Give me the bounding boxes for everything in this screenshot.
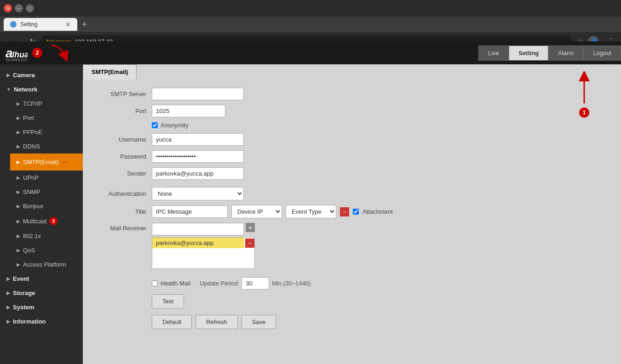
information-arrow-icon: ▶ bbox=[6, 319, 10, 324]
sidebar-item-camera[interactable]: ▶ Camera bbox=[0, 68, 83, 82]
password-input[interactable] bbox=[152, 150, 244, 163]
logo-icon: a lhua TECHNOLOGY bbox=[5, 44, 28, 62]
annotation-1-area: 1 bbox=[575, 71, 593, 119]
action-buttons: Default Refresh Save bbox=[152, 315, 612, 329]
default-button[interactable]: Default bbox=[152, 315, 192, 329]
tab-close-button[interactable]: ✕ bbox=[65, 21, 71, 28]
username-label: Username bbox=[92, 136, 152, 143]
sender-label: Sender bbox=[92, 170, 152, 177]
annotation-2: 2 bbox=[32, 48, 42, 58]
port-arrow-icon: ▶ bbox=[17, 115, 20, 120]
logout-button[interactable]: Logout bbox=[583, 46, 621, 61]
sidebar-item-access-platform[interactable]: ▶ Access Platform bbox=[10, 257, 83, 272]
maximize-button[interactable]: □ bbox=[26, 4, 34, 12]
sidebar-item-smtp[interactable]: ▶ SMTP(Email) ← bbox=[10, 154, 83, 171]
health-mail-checkbox[interactable] bbox=[152, 280, 158, 286]
anonymity-row: Anonymity bbox=[92, 122, 612, 129]
save-button[interactable]: Save bbox=[242, 315, 276, 329]
snmp-label: SNMP bbox=[23, 188, 40, 195]
bonjour-label: Bonjour bbox=[23, 203, 44, 210]
health-mail-label: Health Mail bbox=[161, 280, 190, 287]
sender-row: Sender bbox=[92, 167, 612, 180]
network-arrow-icon: ▼ bbox=[6, 87, 11, 92]
update-period-input[interactable] bbox=[242, 277, 269, 290]
system-label: System bbox=[13, 304, 34, 311]
mail-receiver-area: + parkovka@yucca.app − bbox=[152, 223, 255, 269]
smtp-server-input[interactable] bbox=[152, 88, 244, 100]
sidebar-item-pppoe[interactable]: ▶ PPPoE bbox=[10, 125, 83, 139]
access-platform-arrow-icon: ▶ bbox=[17, 262, 20, 267]
sidebar-item-ddns[interactable]: ▶ DDNS bbox=[10, 139, 83, 154]
smtp-form: SMTP Server Port Anonymity Username bbox=[83, 80, 621, 337]
alarm-button[interactable]: Alarm bbox=[548, 46, 583, 61]
close-button[interactable]: ✕ bbox=[4, 4, 12, 12]
sidebar-item-port[interactable]: ▶ Port bbox=[10, 111, 83, 125]
sidebar-item-event[interactable]: ▶ Event bbox=[0, 272, 83, 286]
svg-text:lhua: lhua bbox=[12, 50, 28, 59]
access-platform-label: Access Platform bbox=[23, 261, 66, 268]
annotation-arrow-2 bbox=[47, 43, 75, 62]
sidebar-item-storage[interactable]: ▶ Storage bbox=[0, 286, 83, 300]
title-input[interactable] bbox=[152, 205, 228, 218]
title-minus-button[interactable]: − bbox=[340, 207, 349, 216]
content-area: SMTP(Email) SMTP Server Port bbox=[83, 64, 621, 364]
authentication-select[interactable]: None SSL TLS bbox=[152, 187, 244, 200]
mail-receiver-input[interactable] bbox=[152, 223, 244, 235]
mail-receiver-add-button[interactable]: + bbox=[246, 223, 255, 232]
attachment-checkbox[interactable] bbox=[353, 209, 359, 215]
setting-button[interactable]: Setting bbox=[509, 46, 548, 61]
annotation-arrow-1 bbox=[575, 71, 593, 108]
sidebar-item-network[interactable]: ▼ Network bbox=[0, 82, 83, 97]
sidebar-item-tcpip[interactable]: ▶ TCP/IP bbox=[10, 97, 83, 111]
username-input[interactable] bbox=[152, 133, 244, 146]
sidebar-item-snmp[interactable]: ▶ SNMP bbox=[10, 185, 83, 199]
attachment-label: Attachment bbox=[362, 208, 393, 215]
pppoe-arrow-icon: ▶ bbox=[17, 130, 20, 135]
update-period-label: Update Period bbox=[200, 280, 238, 287]
mail-item-remove-button[interactable]: − bbox=[245, 239, 254, 248]
smtp-tab[interactable]: SMTP(Email) bbox=[83, 64, 137, 80]
anonymity-checkbox[interactable] bbox=[152, 122, 158, 128]
anonymity-label: Anonymity bbox=[161, 122, 189, 129]
event-label: Event bbox=[13, 275, 29, 282]
sidebar-item-information[interactable]: ▶ Information bbox=[0, 314, 83, 329]
pppoe-label: PPPoE bbox=[23, 129, 42, 136]
content-tab-bar: SMTP(Email) bbox=[83, 64, 621, 80]
sidebar-item-multicast[interactable]: ▶ Multicast 3 bbox=[10, 213, 83, 229]
information-label: Information bbox=[13, 318, 46, 325]
port-input[interactable] bbox=[152, 105, 225, 117]
sidebar-item-qos[interactable]: ▶ QoS bbox=[10, 243, 83, 257]
sidebar-item-upnp[interactable]: ▶ UPnP bbox=[10, 171, 83, 185]
ddns-label: DDNS bbox=[23, 143, 40, 150]
password-row: Password bbox=[92, 150, 612, 163]
mail-receiver-label: Mail Receiver bbox=[92, 225, 152, 232]
sidebar-item-system[interactable]: ▶ System bbox=[0, 300, 83, 314]
event-type-select[interactable]: Event Type bbox=[286, 205, 336, 218]
test-button[interactable]: Test bbox=[152, 294, 184, 308]
new-tab-button[interactable]: + bbox=[77, 20, 92, 29]
minimize-button[interactable]: ─ bbox=[15, 4, 23, 12]
live-button[interactable]: Live bbox=[478, 46, 509, 61]
annotation-3: 3 bbox=[49, 217, 58, 225]
storage-label: Storage bbox=[13, 290, 35, 296]
qos-label: QoS bbox=[23, 247, 35, 254]
sidebar-item-bonjour[interactable]: ▶ Bonjour bbox=[10, 199, 83, 213]
sidebar-item-dot1x[interactable]: ▶ 802.1x bbox=[10, 229, 83, 243]
port-label: Port bbox=[92, 108, 152, 114]
mail-item[interactable]: parkovka@yucca.app bbox=[152, 238, 244, 248]
system-arrow-icon: ▶ bbox=[6, 305, 10, 310]
test-button-row: Test bbox=[152, 294, 612, 308]
mail-list: parkovka@yucca.app − bbox=[152, 237, 255, 269]
port-label: Port bbox=[23, 114, 34, 121]
sender-input[interactable] bbox=[152, 167, 244, 180]
health-mail-row: Health Mail Update Period Min.(30~1440) bbox=[92, 277, 612, 290]
port-row: Port bbox=[92, 105, 612, 117]
browser-tab[interactable]: Setting ✕ bbox=[4, 18, 77, 31]
tab-title: Setting bbox=[20, 21, 37, 28]
refresh-button[interactable]: Refresh bbox=[196, 315, 238, 329]
authentication-label: Authentication bbox=[92, 190, 152, 197]
tab-favicon bbox=[10, 21, 17, 28]
device-ip-select[interactable]: Device IP Device Name bbox=[231, 205, 282, 218]
upnp-label: UPnP bbox=[23, 174, 39, 181]
smtp-server-label: SMTP Server bbox=[92, 91, 152, 97]
